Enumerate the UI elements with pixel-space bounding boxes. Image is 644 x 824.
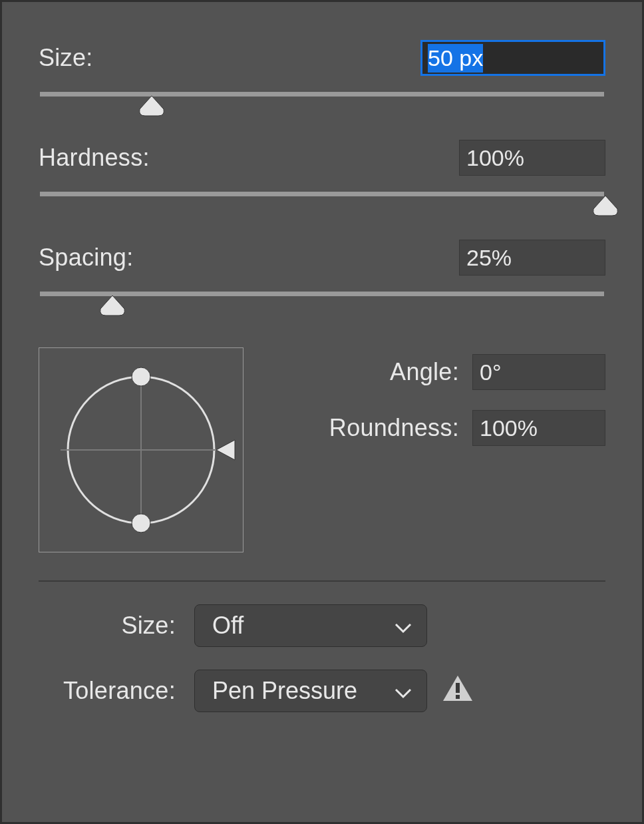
spacing-label: Spacing: — [39, 244, 134, 272]
dynamics-size-row: Size: Off — [39, 604, 605, 647]
size-row: Size: 50 px — [39, 40, 605, 76]
angle-value: 0° — [480, 359, 502, 385]
angle-roundness-block: Angle: 0° Roundness: 100% — [39, 347, 605, 552]
size-slider[interactable] — [39, 88, 605, 128]
svg-marker-5 — [216, 440, 235, 460]
hardness-value: 100% — [466, 145, 524, 171]
roundness-label: Roundness: — [259, 414, 459, 442]
angle-row: Angle: 0° — [259, 354, 605, 390]
svg-point-3 — [132, 367, 150, 386]
spacing-row: Spacing: 25% — [39, 240, 605, 276]
hardness-row: Hardness: 100% — [39, 140, 605, 176]
spacing-slider[interactable] — [39, 288, 605, 327]
svg-point-4 — [132, 514, 150, 532]
hardness-label: Hardness: — [39, 144, 150, 172]
roundness-field[interactable]: 100% — [472, 410, 605, 446]
svg-rect-7 — [456, 683, 460, 693]
hardness-slider[interactable] — [39, 188, 605, 228]
chevron-down-icon — [395, 612, 412, 640]
size-slider-thumb[interactable] — [137, 95, 166, 117]
dynamics-tolerance-row: Tolerance: Pen Pressure — [39, 670, 605, 712]
brush-angle-widget[interactable] — [39, 347, 243, 552]
spacing-slider-thumb[interactable] — [98, 294, 127, 317]
chevron-down-icon — [395, 677, 412, 705]
angle-field[interactable]: 0° — [472, 354, 605, 390]
roundness-row: Roundness: 100% — [259, 410, 605, 446]
hardness-slider-thumb[interactable] — [591, 194, 620, 217]
warning-icon — [442, 674, 474, 708]
brush-settings-panel: Size: 50 px Hardness: 100% Spacing: 25% — [0, 0, 644, 824]
size-label: Size: — [39, 44, 93, 72]
svg-rect-8 — [456, 695, 460, 699]
roundness-value: 100% — [480, 415, 538, 441]
size-field[interactable]: 50 px — [420, 40, 605, 76]
hardness-field[interactable]: 100% — [459, 140, 605, 176]
spacing-field[interactable]: 25% — [459, 240, 605, 276]
dynamics-size-selected: Off — [212, 612, 243, 640]
spacing-value: 25% — [466, 245, 512, 271]
size-value: 50 px — [428, 44, 483, 73]
panel-separator — [39, 580, 605, 582]
dynamics-tolerance-selected: Pen Pressure — [212, 677, 357, 705]
dynamics-size-label: Size: — [39, 612, 176, 640]
dynamics-size-select[interactable]: Off — [194, 604, 427, 647]
dynamics-tolerance-select[interactable]: Pen Pressure — [194, 670, 427, 712]
angle-label: Angle: — [259, 358, 459, 386]
dynamics-tolerance-label: Tolerance: — [39, 677, 176, 705]
